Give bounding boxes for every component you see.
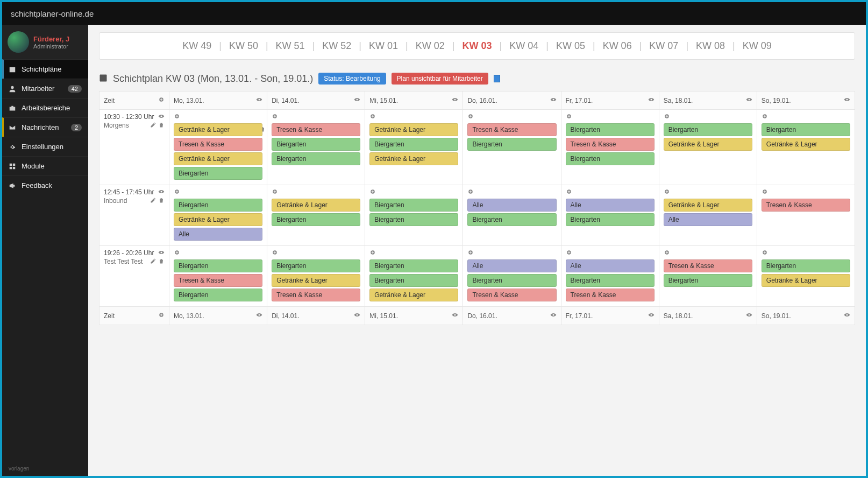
add-shift-icon[interactable] <box>174 114 180 121</box>
shift-block[interactable]: Tresen & Kasse <box>664 259 752 272</box>
shift-block[interactable]: Biergarten <box>369 199 458 212</box>
week-kw50[interactable]: KW 50 <box>224 40 264 52</box>
shift-block[interactable]: Tresen & Kasse <box>566 138 654 151</box>
add-shift-icon[interactable] <box>467 189 474 196</box>
visibility-badge[interactable]: Plan unsichtbar für Mitarbeiter <box>392 73 488 85</box>
shift-block[interactable]: Biergarten <box>272 259 360 272</box>
week-kw04[interactable]: KW 04 <box>504 40 544 52</box>
shift-block[interactable]: Biergarten <box>467 138 556 151</box>
eye-icon[interactable] <box>354 312 360 320</box>
shift-block[interactable]: Biergarten <box>762 259 850 272</box>
shift-block[interactable]: Biergarten <box>664 123 752 136</box>
shift-block[interactable]: Getränke & Lager <box>272 274 360 287</box>
add-shift-icon[interactable] <box>369 250 376 257</box>
add-shift-icon[interactable] <box>664 189 670 196</box>
week-kw08[interactable]: KW 08 <box>691 40 730 52</box>
week-kw49[interactable]: KW 49 <box>177 40 217 52</box>
shift-block[interactable]: Biergarten <box>272 152 360 165</box>
add-shift-icon[interactable] <box>272 250 278 257</box>
shift-block[interactable]: Biergarten <box>566 274 654 287</box>
sidebar-item-schichtpläne[interactable]: Schichtpläne <box>2 59 88 79</box>
add-shift-icon[interactable] <box>272 189 278 196</box>
shift-block[interactable]: Alle <box>566 199 654 212</box>
add-shift-icon[interactable] <box>369 189 376 196</box>
eye-icon[interactable] <box>550 96 557 104</box>
document-icon[interactable] <box>494 75 500 82</box>
eye-icon[interactable] <box>746 312 752 320</box>
edit-icon[interactable] <box>150 197 156 205</box>
shift-block[interactable]: Biergarten <box>369 213 458 226</box>
shift-block[interactable]: Tresen & Kasse <box>174 138 262 151</box>
shift-block[interactable]: Tresen & Kasse <box>467 289 556 301</box>
shift-block[interactable]: Biergarten <box>566 152 654 165</box>
trash-icon[interactable] <box>158 122 165 130</box>
shift-block[interactable]: Getränke & Lager <box>762 138 850 151</box>
trash-icon[interactable] <box>158 258 165 266</box>
shift-block[interactable]: Getränke & Lager <box>369 123 458 136</box>
week-kw07[interactable]: KW 07 <box>644 40 684 52</box>
shift-block[interactable]: Getränke & Lager <box>174 152 262 165</box>
edit-icon[interactable] <box>150 122 156 130</box>
add-shift-icon[interactable] <box>762 114 768 121</box>
add-shift-icon[interactable] <box>762 189 768 196</box>
sidebar-item-arbeitsbereiche[interactable]: Arbeitsbereiche <box>2 98 88 117</box>
week-kw09[interactable]: KW 09 <box>737 40 777 52</box>
shift-block[interactable]: Biergarten <box>174 289 262 301</box>
shift-block[interactable]: Getränke & Lager <box>762 274 850 287</box>
add-shift-icon[interactable] <box>174 189 180 196</box>
shift-block[interactable]: Alle <box>174 228 262 241</box>
week-kw05[interactable]: KW 05 <box>551 40 590 52</box>
user-box[interactable]: Fürderer, J Administrator <box>2 25 88 59</box>
eye-icon[interactable] <box>256 96 262 104</box>
eye-icon[interactable] <box>452 312 458 320</box>
add-shift-icon[interactable] <box>369 114 376 121</box>
add-shift-icon[interactable] <box>272 114 278 121</box>
shift-block[interactable]: Biergarten <box>664 274 752 287</box>
add-shift-icon[interactable] <box>174 250 180 257</box>
week-kw06[interactable]: KW 06 <box>597 40 637 52</box>
add-shift-icon[interactable] <box>664 250 670 257</box>
shift-block[interactable]: Tresen & Kasse <box>762 199 850 212</box>
shift-block[interactable]: Getränke & Lager <box>174 213 262 226</box>
sidebar-item-nachrichten[interactable]: Nachrichten2 <box>2 117 88 137</box>
add-icon[interactable] <box>158 96 165 104</box>
week-kw02[interactable]: KW 02 <box>410 40 450 52</box>
week-kw01[interactable]: KW 01 <box>364 40 403 52</box>
shift-block[interactable]: Getränke & Lager <box>664 138 752 151</box>
eye-icon[interactable] <box>158 188 165 196</box>
edit-icon[interactable] <box>150 258 156 266</box>
shift-block[interactable]: Biergarten <box>369 274 458 287</box>
shift-block[interactable]: Alle <box>566 259 654 272</box>
week-kw03[interactable]: KW 03 <box>457 40 497 52</box>
eye-icon[interactable] <box>648 96 654 104</box>
eye-icon[interactable] <box>158 113 165 121</box>
sidebar-item-module[interactable]: Module <box>2 156 88 175</box>
shift-block[interactable]: Biergarten <box>272 213 360 226</box>
week-kw51[interactable]: KW 51 <box>271 40 310 52</box>
add-shift-icon[interactable] <box>762 250 768 257</box>
eye-icon[interactable] <box>354 96 360 104</box>
shift-block[interactable]: Tresen & Kasse <box>174 274 262 287</box>
shift-block[interactable]: Alle <box>467 259 556 272</box>
shift-block[interactable]: Getränke & Lager <box>174 123 262 136</box>
shift-block[interactable]: Tresen & Kasse <box>272 289 360 301</box>
shift-block[interactable]: Biergarten <box>369 259 458 272</box>
week-kw52[interactable]: KW 52 <box>317 40 357 52</box>
eye-icon[interactable] <box>746 96 752 104</box>
eye-icon[interactable] <box>256 312 262 320</box>
shift-block[interactable]: Tresen & Kasse <box>272 123 360 136</box>
shift-block[interactable]: Alle <box>467 199 556 212</box>
shift-block[interactable]: Biergarten <box>174 259 262 272</box>
shift-block[interactable]: Biergarten <box>174 199 262 212</box>
eye-icon[interactable] <box>452 96 458 104</box>
eye-icon[interactable] <box>550 312 557 320</box>
shift-block[interactable]: Biergarten <box>566 213 654 226</box>
add-shift-icon[interactable] <box>467 114 474 121</box>
eye-icon[interactable] <box>158 249 165 257</box>
shift-block[interactable]: Alle <box>664 213 752 226</box>
shift-block[interactable]: Biergarten <box>369 138 458 151</box>
sidebar-item-feedback[interactable]: Feedback <box>2 175 88 195</box>
shift-block[interactable]: Biergarten <box>762 123 850 136</box>
shift-block[interactable]: Getränke & Lager <box>664 199 752 212</box>
shift-block[interactable]: Getränke & Lager <box>369 289 458 301</box>
